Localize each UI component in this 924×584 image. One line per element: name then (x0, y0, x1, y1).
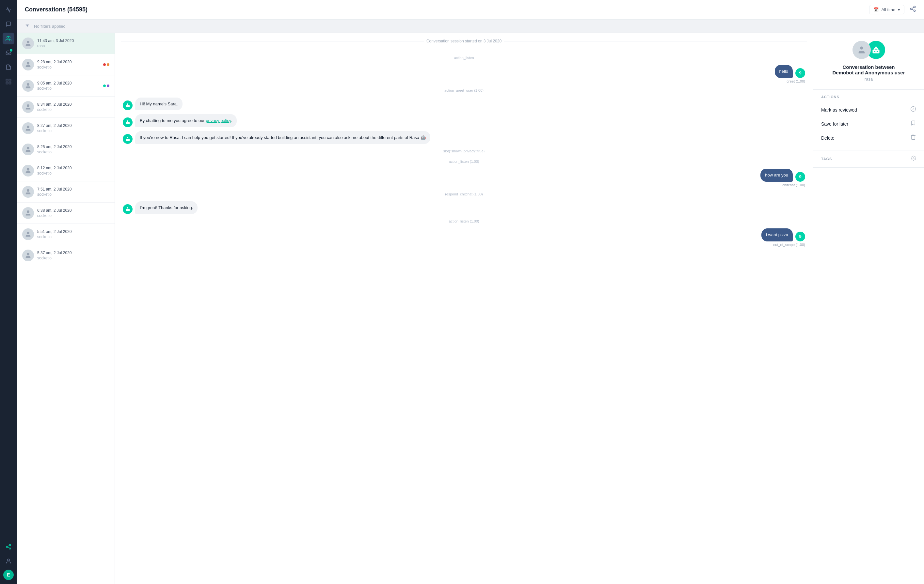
conversation-list: 11:43 am, 3 Jul 2020rasa9:28 am, 2 Jul 2… (17, 33, 115, 584)
conv-time: 8:34 am, 2 Jul 2020 (37, 102, 109, 107)
bot-avatar (123, 204, 132, 214)
chat-messages: action_listen9hellogreet (1.00)action_gr… (115, 49, 813, 584)
conversation-item[interactable]: 7:51 am, 2 Jul 2020socketio (17, 181, 115, 202)
bot-message-row: By chatting to me you agree to our priva… (123, 114, 805, 127)
svg-rect-3 (6, 82, 8, 84)
action-label: slot{"shown_privacy":true} (123, 149, 805, 153)
conv-name: socketio (37, 171, 109, 176)
share-button[interactable] (910, 5, 916, 14)
conv-info: 9:05 am, 2 Jul 2020socketio (37, 81, 100, 91)
conv-info: 11:43 am, 3 Jul 2020rasa (37, 38, 109, 48)
conv-info: 7:51 am, 2 Jul 2020socketio (37, 187, 109, 197)
sidebar-icon-person[interactable] (3, 555, 14, 567)
conversation-item[interactable]: 8:25 am, 2 Jul 2020socketio (17, 139, 115, 160)
svg-point-23 (27, 126, 30, 128)
sidebar-icon-chat[interactable] (3, 18, 14, 30)
user-avatar[interactable]: E (3, 570, 14, 580)
svg-point-22 (27, 105, 30, 107)
time-filter-button[interactable]: 📅 All time ▾ (869, 5, 904, 14)
conversation-item[interactable]: 5:51 am, 2 Jul 2020socketio (17, 224, 115, 245)
conv-time: 8:25 am, 2 Jul 2020 (37, 145, 109, 149)
orange-dot (107, 63, 109, 66)
user-message-bubble: hello (775, 65, 793, 78)
session-header: Conversation session started on 3 Jul 20… (115, 33, 813, 49)
sidebar-icon-conversations[interactable] (3, 33, 14, 44)
svg-point-20 (27, 63, 30, 64)
header: Conversations (54595) 📅 All time ▾ (17, 0, 924, 20)
svg-rect-33 (126, 209, 130, 211)
user-avatar-num: 9 (795, 68, 805, 78)
conv-info: 5:51 am, 2 Jul 2020socketio (37, 229, 109, 239)
conversation-item[interactable]: 9:05 am, 2 Jul 2020socketio (17, 76, 115, 97)
svg-point-36 (874, 51, 875, 52)
conv-info: 8:12 am, 2 Jul 2020socketio (37, 166, 109, 176)
action-label: respond_chitchat (1.00) (123, 192, 805, 196)
rp-tags-title: TAGS (821, 157, 832, 161)
conv-name: socketio (37, 192, 109, 197)
conversation-item[interactable]: 11:43 am, 3 Jul 2020rasa (17, 33, 115, 54)
svg-point-34 (860, 47, 863, 49)
conversation-item[interactable]: 8:12 am, 2 Jul 2020socketio (17, 160, 115, 181)
svg-point-21 (27, 84, 30, 86)
bot-message-bubble: If you're new to Rasa, I can help you ge… (135, 131, 430, 144)
svg-point-27 (27, 211, 30, 213)
conv-avatar (22, 80, 34, 92)
teal-dot (103, 84, 106, 87)
conv-avatar (22, 59, 34, 71)
rp-action-delete[interactable]: Delete (821, 131, 916, 145)
sidebar-icon-inbox[interactable] (3, 47, 14, 59)
sidebar-icon-document[interactable] (3, 61, 14, 73)
rp-avatars (853, 41, 885, 59)
conv-avatar (22, 229, 34, 240)
bot-message-bubble: I'm great! Thanks for asking. (135, 201, 198, 214)
rp-tags-header: TAGS (821, 156, 916, 162)
rp-avatar-human (853, 41, 871, 59)
user-message-row: 9how are you (123, 169, 805, 182)
svg-point-28 (27, 232, 30, 234)
conversation-item[interactable]: 6:38 am, 2 Jul 2020socketio (17, 202, 115, 224)
rp-action-mark-reviewed[interactable]: Mark as reviewed (821, 103, 916, 117)
conv-avatar (22, 38, 34, 49)
calendar-icon: 📅 (873, 7, 879, 12)
bot-message-row: I'm great! Thanks for asking. (123, 201, 805, 214)
rp-action-save-later[interactable]: Save for later (821, 117, 916, 131)
conversation-item[interactable]: 5:37 am, 2 Jul 2020socketio (17, 245, 115, 266)
bookmark-icon (910, 120, 916, 128)
conv-time: 9:28 am, 2 Jul 2020 (37, 60, 100, 64)
sidebar-icon-analytics[interactable] (3, 76, 14, 87)
privacy-policy-link[interactable]: privacy policy (206, 118, 231, 123)
conv-info: 5:37 am, 2 Jul 2020socketio (37, 250, 109, 260)
conversation-item[interactable]: 8:27 am, 2 Jul 2020socketio (17, 118, 115, 139)
action-label: action_listen (123, 56, 805, 60)
svg-line-14 (912, 9, 914, 10)
svg-point-37 (876, 51, 878, 52)
sidebar: E (0, 0, 17, 584)
user-message-group: 9hellogreet (1.00) (123, 65, 805, 83)
conv-avatar (22, 101, 34, 113)
purple-dot (107, 84, 109, 87)
user-message-bubble: i want pizza (761, 229, 793, 242)
svg-point-13 (914, 10, 916, 12)
conversation-item[interactable]: 8:34 am, 2 Jul 2020socketio (17, 97, 115, 118)
sidebar-icon-chart[interactable] (3, 4, 14, 16)
rp-actions-title: ACTIONS (821, 95, 916, 99)
gear-icon[interactable] (911, 156, 916, 162)
conv-name: socketio (37, 213, 109, 218)
conv-info: 9:28 am, 2 Jul 2020socketio (37, 60, 100, 69)
conversation-item[interactable]: 9:28 am, 2 Jul 2020socketio (17, 54, 115, 76)
svg-point-11 (914, 6, 916, 8)
bot-avatar (123, 100, 132, 110)
filter-icon[interactable] (25, 23, 30, 30)
conv-time: 5:51 am, 2 Jul 2020 (37, 229, 109, 234)
svg-line-9 (8, 546, 9, 546)
sidebar-icon-flows[interactable] (3, 541, 14, 553)
filter-bar: No filters applied (17, 20, 924, 33)
conv-time: 5:37 am, 2 Jul 2020 (37, 250, 109, 255)
svg-point-41 (913, 158, 914, 159)
conv-time: 8:27 am, 2 Jul 2020 (37, 123, 109, 128)
conv-name: socketio (37, 235, 109, 239)
conv-avatar (22, 122, 34, 134)
chat-area: Conversation session started on 3 Jul 20… (115, 33, 813, 584)
conv-info: 8:34 am, 2 Jul 2020socketio (37, 102, 109, 112)
user-message-row: 9hello (123, 65, 805, 78)
